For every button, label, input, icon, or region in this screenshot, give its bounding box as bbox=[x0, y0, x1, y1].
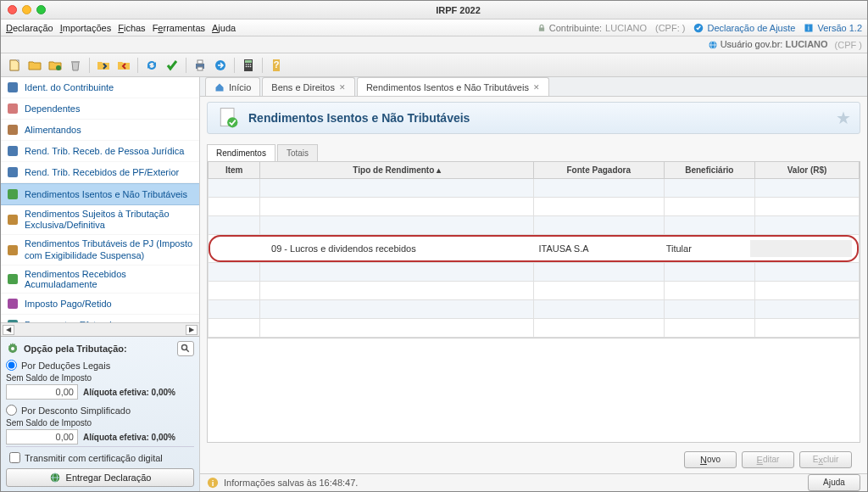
window-close-icon[interactable] bbox=[8, 5, 17, 14]
svg-rect-32 bbox=[8, 299, 18, 309]
table-row[interactable] bbox=[209, 178, 860, 197]
tax-option-header: Opção pela Tributação: bbox=[6, 341, 194, 356]
decl-ajuste-chip[interactable]: Declaração de Ajuste bbox=[693, 23, 795, 33]
menu-ferramentas[interactable]: Ferramentas bbox=[153, 23, 205, 33]
label-simplificado: Por Desconto Simplificado bbox=[21, 405, 131, 416]
novo-button[interactable]: Novo bbox=[684, 451, 737, 468]
declaration-icon bbox=[693, 23, 704, 33]
help-icon[interactable]: ? bbox=[268, 57, 285, 74]
help-button[interactable]: Ajuda bbox=[808, 474, 860, 491]
svg-rect-23 bbox=[8, 82, 18, 92]
cell bbox=[533, 197, 664, 215]
svg-text:?: ? bbox=[274, 59, 280, 70]
menu-ajuda[interactable]: Ajuda bbox=[212, 23, 236, 33]
cell bbox=[260, 299, 534, 318]
menu-fichas[interactable]: Fichas bbox=[118, 23, 145, 33]
cell bbox=[664, 215, 755, 234]
sidebar-item-0[interactable]: Ident. do Contribuinte bbox=[1, 77, 199, 98]
open-icon[interactable] bbox=[26, 57, 43, 74]
svg-point-46 bbox=[227, 117, 237, 127]
editar-button[interactable]: Editar bbox=[742, 451, 794, 468]
subtab-1[interactable]: Totais bbox=[277, 144, 318, 161]
sidebar-item-label: Rendimentos Sujeitos à Tributação Exclus… bbox=[25, 209, 194, 231]
cert-label: Transmitir com certificação digital bbox=[25, 453, 163, 463]
col-header-4[interactable]: Valor (R$) bbox=[755, 162, 860, 179]
scroll-left-icon[interactable]: ◀ bbox=[3, 325, 14, 335]
horizontal-scrollbar[interactable]: ◀ ▶ bbox=[1, 322, 199, 336]
table-row[interactable] bbox=[209, 262, 860, 281]
delete-icon[interactable] bbox=[67, 57, 84, 74]
svg-point-19 bbox=[248, 65, 249, 67]
cell bbox=[533, 281, 664, 299]
refresh-icon[interactable] bbox=[143, 57, 160, 74]
new-icon[interactable] bbox=[6, 57, 23, 74]
table-row[interactable] bbox=[209, 318, 860, 337]
col-header-2[interactable]: Fonte Pagadora bbox=[533, 162, 664, 179]
nav-list: Ident. do ContribuinteDependentesAliment… bbox=[1, 77, 199, 322]
tab-close-icon[interactable]: ✕ bbox=[339, 83, 346, 92]
sidebar-item-9[interactable]: Imposto Pago/Retido bbox=[1, 294, 199, 315]
tab-0[interactable]: Início bbox=[205, 77, 260, 96]
cell bbox=[755, 197, 860, 215]
export-icon[interactable] bbox=[115, 57, 132, 74]
svg-point-39 bbox=[11, 347, 14, 350]
sidebar-item-4[interactable]: Rend. Trib. Recebidos de PF/Exterior bbox=[1, 162, 199, 183]
col-header-0[interactable]: Item bbox=[209, 162, 260, 179]
svg-text:i: i bbox=[808, 25, 810, 32]
sidebar-item-3[interactable]: Rend. Trib. Receb. de Pessoa Jurídica bbox=[1, 141, 199, 162]
check-icon[interactable] bbox=[164, 57, 181, 74]
radio-simplificado[interactable] bbox=[6, 405, 17, 416]
send-icon[interactable] bbox=[212, 57, 229, 74]
table-row[interactable] bbox=[209, 281, 860, 299]
cell bbox=[260, 262, 534, 281]
col-header-1[interactable]: Tipo de Rendimento ▴ bbox=[260, 162, 534, 179]
menu-declaracao[interactable]: Declaração bbox=[6, 23, 53, 33]
cell bbox=[209, 281, 260, 299]
cell bbox=[260, 281, 534, 299]
contribuinte-chip: Contribuinte: LUCIANO bbox=[537, 23, 647, 33]
search-button[interactable] bbox=[177, 341, 194, 356]
scroll-right-icon[interactable]: ▶ bbox=[186, 325, 198, 335]
tab-1[interactable]: Bens e Direitos✕ bbox=[262, 77, 355, 96]
calculator-icon[interactable] bbox=[240, 57, 257, 74]
table-row[interactable] bbox=[209, 215, 860, 234]
version-chip: i Versão 1.2 bbox=[804, 23, 862, 33]
table-row[interactable] bbox=[209, 299, 860, 318]
col-header-3[interactable]: Beneficiário bbox=[664, 162, 755, 179]
sidebar-item-7[interactable]: Rendimentos Tributáveis de PJ (Imposto c… bbox=[1, 235, 199, 265]
sidebar-item-2[interactable]: Alimentandos bbox=[1, 120, 199, 141]
window-minimize-icon[interactable] bbox=[22, 5, 31, 14]
cell bbox=[209, 262, 260, 281]
sidebar-item-label: Rendimentos Tributáveis de PJ (Imposto c… bbox=[25, 238, 194, 260]
deliver-button[interactable]: Entregar Declaração bbox=[6, 468, 194, 487]
svg-rect-14 bbox=[245, 60, 252, 63]
import-icon[interactable] bbox=[95, 57, 112, 74]
cell bbox=[755, 215, 860, 234]
sidebar-item-6[interactable]: Rendimentos Sujeitos à Tributação Exclus… bbox=[1, 205, 199, 235]
tab-close-icon[interactable]: ✕ bbox=[533, 83, 540, 92]
excluir-button[interactable]: Excluir bbox=[799, 451, 852, 468]
star-icon[interactable]: ★ bbox=[836, 108, 851, 128]
cell bbox=[209, 299, 260, 318]
table-row[interactable] bbox=[209, 197, 860, 215]
save-icon[interactable] bbox=[47, 57, 64, 74]
sidebar-item-8[interactable]: Rendimentos Recebidos Acumuladamente bbox=[1, 266, 199, 294]
sidebar-item-5[interactable]: Rendimentos Isentos e Não Tributáveis bbox=[1, 183, 199, 205]
print-icon[interactable] bbox=[192, 57, 209, 74]
sidebar-item-10[interactable]: Pagamentos Efetuados bbox=[1, 315, 199, 322]
tab-2[interactable]: Rendimentos Isentos e Não Tributáveis✕ bbox=[357, 77, 549, 96]
menu-importacoes[interactable]: Importações bbox=[60, 23, 112, 33]
window-zoom-icon[interactable] bbox=[36, 5, 46, 14]
sidebar-item-label: Rend. Trib. Recebidos de PF/Exterior bbox=[25, 167, 179, 177]
highlight-row[interactable]: 09 - Lucros e dividendos recebidos ITAUS… bbox=[209, 235, 859, 262]
radio-deducoes[interactable] bbox=[6, 360, 17, 371]
table-row[interactable]: 09 - Lucros e dividendos recebidos ITAUS… bbox=[209, 234, 860, 262]
label-deducoes: Por Deduções Legais bbox=[21, 361, 110, 371]
cert-checkbox[interactable] bbox=[9, 452, 20, 463]
cell bbox=[533, 299, 664, 318]
info-icon: i bbox=[804, 23, 814, 33]
subtab-0[interactable]: Rendimentos bbox=[207, 144, 275, 161]
sidebar-item-1[interactable]: Dependentes bbox=[1, 98, 199, 120]
cell bbox=[664, 262, 755, 281]
sidebar-item-label: Rend. Trib. Receb. de Pessoa Jurídica bbox=[25, 146, 184, 156]
